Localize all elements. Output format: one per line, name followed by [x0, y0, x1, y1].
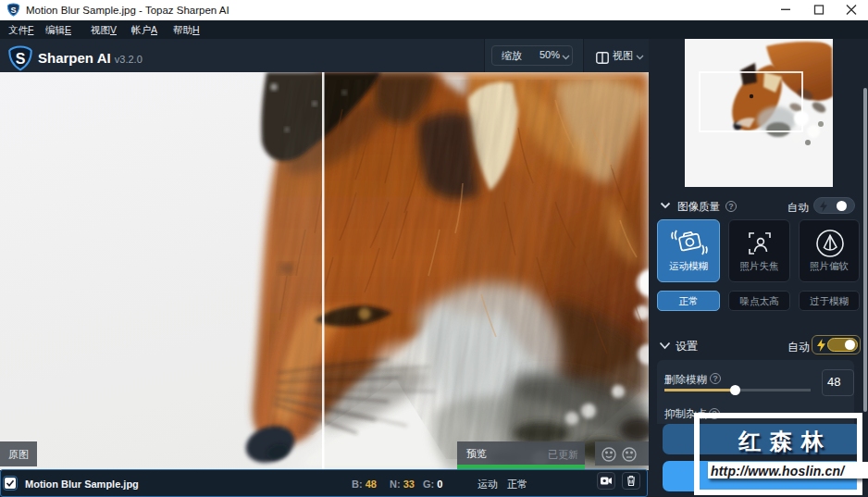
svg-text:S: S: [10, 6, 16, 15]
svg-text:S: S: [16, 51, 26, 67]
